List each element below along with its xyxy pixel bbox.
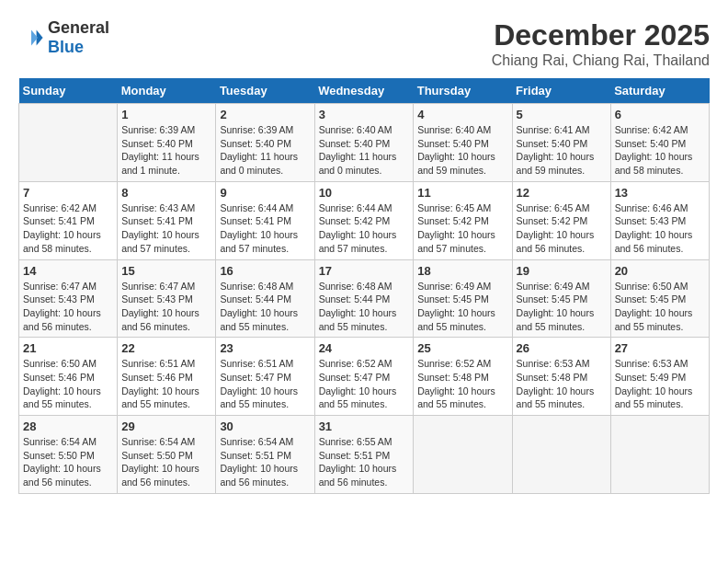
calendar-header-row: SundayMondayTuesdayWednesdayThursdayFrid… [19, 78, 710, 104]
day-number: 14 [23, 264, 113, 278]
calendar-cell: 5Sunrise: 6:41 AMSunset: 5:40 PMDaylight… [512, 104, 610, 182]
calendar-cell: 25Sunrise: 6:52 AMSunset: 5:48 PMDayligh… [414, 338, 512, 416]
day-number: 3 [319, 108, 410, 121]
day-info: Sunrise: 6:54 AMSunset: 5:51 PMDaylight:… [220, 435, 310, 489]
day-info: Sunrise: 6:42 AMSunset: 5:40 PMDaylight:… [615, 123, 705, 178]
calendar-cell: 6Sunrise: 6:42 AMSunset: 5:40 PMDaylight… [610, 104, 709, 182]
calendar-cell: 16Sunrise: 6:48 AMSunset: 5:44 PMDayligh… [216, 259, 314, 338]
day-info: Sunrise: 6:53 AMSunset: 5:48 PMDaylight:… [517, 357, 607, 411]
day-info: Sunrise: 6:55 AMSunset: 5:51 PMDaylight:… [319, 435, 410, 489]
day-info: Sunrise: 6:41 AMSunset: 5:40 PMDaylight:… [517, 123, 607, 178]
calendar-cell: 13Sunrise: 6:46 AMSunset: 5:43 PMDayligh… [610, 181, 709, 259]
day-number: 19 [517, 264, 607, 278]
day-number: 26 [517, 341, 607, 355]
calendar-cell [610, 416, 709, 494]
day-number: 20 [615, 264, 705, 278]
calendar-cell: 9Sunrise: 6:44 AMSunset: 5:41 PMDaylight… [216, 181, 314, 259]
day-info: Sunrise: 6:50 AMSunset: 5:46 PMDaylight:… [23, 357, 113, 411]
calendar-table: SundayMondayTuesdayWednesdayThursdayFrid… [18, 78, 710, 494]
day-number: 16 [220, 264, 310, 278]
calendar-cell: 12Sunrise: 6:45 AMSunset: 5:42 PMDayligh… [512, 181, 610, 259]
calendar-cell: 31Sunrise: 6:55 AMSunset: 5:51 PMDayligh… [314, 416, 414, 494]
title-area: December 2025 Chiang Rai, Chiang Rai, Th… [492, 18, 710, 69]
day-number: 1 [121, 108, 211, 121]
day-number: 13 [615, 186, 705, 200]
calendar-week-row: 21Sunrise: 6:50 AMSunset: 5:46 PMDayligh… [19, 338, 710, 416]
day-info: Sunrise: 6:48 AMSunset: 5:44 PMDaylight:… [220, 280, 310, 334]
day-number: 22 [121, 341, 211, 355]
day-number: 21 [23, 341, 113, 355]
day-number: 28 [23, 419, 113, 433]
calendar-cell: 10Sunrise: 6:44 AMSunset: 5:42 PMDayligh… [314, 181, 414, 259]
day-info: Sunrise: 6:43 AMSunset: 5:41 PMDaylight:… [121, 201, 211, 256]
logo: General Blue [18, 18, 109, 57]
logo-blue: Blue [48, 38, 84, 56]
day-number: 12 [517, 186, 607, 200]
calendar-day-header-monday: Monday [118, 78, 216, 104]
calendar-cell: 14Sunrise: 6:47 AMSunset: 5:43 PMDayligh… [19, 259, 118, 338]
day-number: 5 [517, 108, 607, 121]
calendar-day-header-tuesday: Tuesday [216, 78, 314, 104]
calendar-week-row: 28Sunrise: 6:54 AMSunset: 5:50 PMDayligh… [19, 416, 710, 494]
day-number: 4 [417, 108, 507, 121]
day-number: 10 [319, 186, 410, 200]
page-subtitle: Chiang Rai, Chiang Rai, Thailand [492, 52, 710, 69]
day-number: 17 [319, 264, 410, 278]
calendar-cell: 15Sunrise: 6:47 AMSunset: 5:43 PMDayligh… [118, 259, 216, 338]
calendar-cell [512, 416, 610, 494]
calendar-week-row: 1Sunrise: 6:39 AMSunset: 5:40 PMDaylight… [19, 104, 710, 182]
calendar-week-row: 14Sunrise: 6:47 AMSunset: 5:43 PMDayligh… [19, 259, 710, 338]
day-number: 23 [220, 341, 310, 355]
day-info: Sunrise: 6:54 AMSunset: 5:50 PMDaylight:… [121, 435, 211, 489]
day-number: 15 [121, 264, 211, 278]
calendar-cell: 3Sunrise: 6:40 AMSunset: 5:40 PMDaylight… [314, 104, 414, 182]
day-info: Sunrise: 6:50 AMSunset: 5:45 PMDaylight:… [615, 280, 705, 334]
calendar-day-header-thursday: Thursday [414, 78, 512, 104]
calendar-cell: 20Sunrise: 6:50 AMSunset: 5:45 PMDayligh… [610, 259, 709, 338]
day-info: Sunrise: 6:51 AMSunset: 5:47 PMDaylight:… [220, 357, 310, 411]
calendar-day-header-saturday: Saturday [610, 78, 709, 104]
day-info: Sunrise: 6:49 AMSunset: 5:45 PMDaylight:… [417, 280, 507, 334]
calendar-day-header-sunday: Sunday [19, 78, 118, 104]
header: General Blue December 2025 Chiang Rai, C… [18, 18, 710, 69]
logo-general: General [48, 18, 109, 37]
calendar-cell: 26Sunrise: 6:53 AMSunset: 5:48 PMDayligh… [512, 338, 610, 416]
day-number: 25 [417, 341, 507, 355]
calendar-cell: 8Sunrise: 6:43 AMSunset: 5:41 PMDaylight… [118, 181, 216, 259]
day-number: 6 [615, 108, 705, 121]
logo-icon [18, 25, 44, 51]
day-number: 30 [220, 419, 310, 433]
day-number: 9 [220, 186, 310, 200]
calendar-cell: 23Sunrise: 6:51 AMSunset: 5:47 PMDayligh… [216, 338, 314, 416]
day-info: Sunrise: 6:47 AMSunset: 5:43 PMDaylight:… [121, 280, 211, 334]
calendar-cell: 4Sunrise: 6:40 AMSunset: 5:40 PMDaylight… [414, 104, 512, 182]
calendar-cell: 28Sunrise: 6:54 AMSunset: 5:50 PMDayligh… [19, 416, 118, 494]
day-info: Sunrise: 6:46 AMSunset: 5:43 PMDaylight:… [615, 201, 705, 256]
calendar-cell: 11Sunrise: 6:45 AMSunset: 5:42 PMDayligh… [414, 181, 512, 259]
calendar-cell: 29Sunrise: 6:54 AMSunset: 5:50 PMDayligh… [118, 416, 216, 494]
day-info: Sunrise: 6:44 AMSunset: 5:42 PMDaylight:… [319, 201, 410, 256]
calendar-cell [414, 416, 512, 494]
day-info: Sunrise: 6:52 AMSunset: 5:47 PMDaylight:… [319, 357, 410, 411]
day-number: 11 [417, 186, 507, 200]
day-info: Sunrise: 6:45 AMSunset: 5:42 PMDaylight:… [517, 201, 607, 256]
day-info: Sunrise: 6:39 AMSunset: 5:40 PMDaylight:… [121, 123, 211, 178]
calendar-cell: 22Sunrise: 6:51 AMSunset: 5:46 PMDayligh… [118, 338, 216, 416]
day-number: 8 [121, 186, 211, 200]
day-info: Sunrise: 6:47 AMSunset: 5:43 PMDaylight:… [23, 280, 113, 334]
day-number: 2 [220, 108, 310, 121]
day-number: 29 [121, 419, 211, 433]
day-info: Sunrise: 6:51 AMSunset: 5:46 PMDaylight:… [121, 357, 211, 411]
day-number: 7 [23, 186, 113, 200]
day-info: Sunrise: 6:44 AMSunset: 5:41 PMDaylight:… [220, 201, 310, 256]
calendar-cell: 30Sunrise: 6:54 AMSunset: 5:51 PMDayligh… [216, 416, 314, 494]
calendar-cell [19, 104, 118, 182]
calendar-cell: 7Sunrise: 6:42 AMSunset: 5:41 PMDaylight… [19, 181, 118, 259]
calendar-cell: 27Sunrise: 6:53 AMSunset: 5:49 PMDayligh… [610, 338, 709, 416]
day-number: 18 [417, 264, 507, 278]
calendar-cell: 21Sunrise: 6:50 AMSunset: 5:46 PMDayligh… [19, 338, 118, 416]
calendar-cell: 1Sunrise: 6:39 AMSunset: 5:40 PMDaylight… [118, 104, 216, 182]
day-info: Sunrise: 6:54 AMSunset: 5:50 PMDaylight:… [23, 435, 113, 489]
day-number: 31 [319, 419, 410, 433]
day-info: Sunrise: 6:49 AMSunset: 5:45 PMDaylight:… [517, 280, 607, 334]
